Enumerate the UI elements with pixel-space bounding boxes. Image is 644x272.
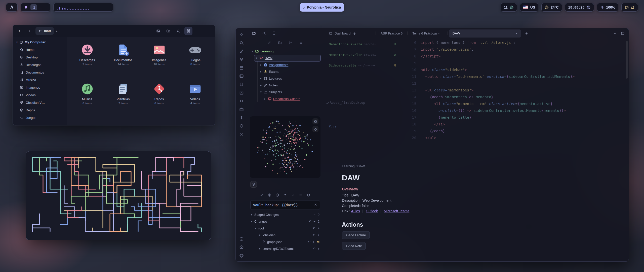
link-aules[interactable]: Aules — [351, 209, 360, 213]
folder-juegos[interactable]: Juegos8 items — [177, 41, 213, 80]
tree-item-daw[interactable]: ▾ DAW — [254, 55, 320, 61]
bookmarks-tab-icon[interactable] — [272, 31, 276, 35]
sync-icon[interactable] — [239, 124, 244, 128]
search-button[interactable] — [174, 27, 182, 35]
search-icon[interactable] — [239, 41, 244, 45]
workspaces-module[interactable] — [21, 3, 50, 12]
sidebar-item-imagenes[interactable]: Imagenes — [15, 84, 65, 91]
menu-button[interactable] — [205, 27, 213, 35]
currency-icon[interactable] — [239, 115, 244, 120]
git-row-exams-dir[interactable]: ▾ Learning/DAW/Exams ↶+ — [247, 245, 323, 252]
git-panel-button[interactable] — [250, 181, 257, 188]
graph-settings-button[interactable] — [312, 118, 318, 124]
weather-module[interactable]: 24°C — [541, 3, 562, 12]
tree-item-desarrollo-cliente[interactable]: ▸ Desarrollo-Cliente — [263, 95, 320, 102]
folder-videos[interactable]: Videos4 items — [177, 80, 213, 119]
calendar-icon[interactable] — [239, 65, 244, 70]
new-note-icon[interactable] — [267, 41, 271, 45]
files-tab-icon[interactable] — [252, 31, 256, 35]
stage-icon[interactable]: + — [317, 247, 319, 251]
unstage-all-icon[interactable] — [275, 193, 279, 197]
discard-icon[interactable]: ↶ — [313, 247, 315, 251]
stage-all-icon[interactable] — [268, 193, 271, 197]
new-folder-button[interactable] — [164, 27, 172, 35]
tree-item-subjects[interactable]: ▾ Subjects — [258, 89, 320, 95]
notifications-module[interactable]: 24 — [621, 3, 638, 12]
tab-asp-practice[interactable]: ASP Practice 6 — [377, 29, 406, 38]
refresh-icon[interactable] — [307, 193, 310, 197]
add-lecture-button[interactable]: + Add Lecture — [342, 231, 370, 239]
discard-icon[interactable]: ↶ — [308, 220, 311, 223]
active-workspace[interactable] — [30, 4, 37, 10]
sidebar-item-home[interactable]: Home — [15, 46, 65, 53]
git-row-obsidian-dir[interactable]: ▾ .obsidian ↶+ — [247, 232, 323, 239]
sidebar-item-descargas[interactable]: Descargas — [15, 61, 65, 69]
volume-module[interactable]: 100% — [597, 3, 619, 12]
camera-icon[interactable] — [239, 107, 244, 112]
tree-item-exams[interactable]: ▸ Exams — [258, 68, 320, 75]
stage-icon[interactable]: + — [317, 233, 319, 237]
push-icon[interactable] — [283, 193, 287, 197]
link-outlook[interactable]: Outlook — [366, 209, 378, 213]
new-folder-icon[interactable] — [278, 41, 282, 45]
media-player-module[interactable]: ♪ Polyphia - Neurotica — [300, 3, 344, 12]
sidebar-item-repos[interactable]: Repos — [15, 106, 65, 114]
book-icon[interactable] — [239, 82, 244, 87]
stage-icon[interactable]: + — [313, 240, 315, 244]
clear-input-icon[interactable] — [314, 203, 317, 207]
commit-icon[interactable] — [260, 193, 264, 197]
folder-imagenes[interactable]: Imagenes10 items — [141, 41, 177, 80]
pipes-terminal-window[interactable] — [26, 151, 211, 240]
stage-icon[interactable]: + — [313, 220, 315, 223]
clock-module[interactable]: 18:08:28 — [565, 3, 594, 12]
graph-focus-button[interactable] — [312, 126, 318, 132]
discard-icon[interactable]: ↶ — [308, 240, 310, 244]
help-icon[interactable] — [239, 237, 244, 241]
sidebar-item-videos[interactable]: Videos — [15, 91, 65, 99]
code-icon[interactable] — [239, 99, 244, 103]
list-view-button[interactable] — [194, 27, 203, 35]
quick-switcher-icon[interactable] — [239, 32, 244, 37]
note-breadcrumb[interactable]: Learning / DAW — [342, 164, 538, 168]
sidebar-item-juegos[interactable]: Juegos — [15, 114, 65, 121]
link-microsoft-teams[interactable]: Microsoft Teams — [384, 209, 410, 213]
tab-dashboard[interactable]: Dashboard — [325, 29, 375, 38]
folder-repos[interactable]: Repos6 items — [141, 80, 177, 119]
dice-icon[interactable] — [239, 90, 244, 95]
settings-gear-icon[interactable] — [239, 253, 244, 258]
tab-list-icon[interactable] — [613, 31, 617, 35]
change-layout-icon[interactable] — [299, 193, 303, 197]
new-tab-button[interactable]: + — [523, 30, 530, 37]
launcher-button[interactable]: Λ — [6, 3, 18, 12]
unstage-icon[interactable]: − — [313, 213, 315, 217]
folder-plantillas[interactable]: Plantillas7 items — [105, 80, 141, 119]
sidebar-item-musica[interactable]: Musica — [15, 76, 65, 84]
commit-message-input[interactable]: vault backup: {{date}} — [250, 200, 320, 210]
tab-daw[interactable]: DAW × — [449, 29, 521, 38]
sidebar-item-documentos[interactable]: Documentos — [15, 69, 65, 76]
folder-descargas[interactable]: Descargas2 items — [69, 41, 105, 80]
random-note-icon[interactable] — [239, 132, 244, 137]
stage-icon[interactable]: + — [317, 226, 319, 230]
search-tab-icon[interactable] — [262, 31, 266, 35]
sidebar-item-desktop[interactable]: Desktop — [15, 53, 65, 61]
graph-view-icon[interactable] — [239, 57, 244, 62]
git-row-graph-json[interactable]: graph.json ↶+M — [247, 239, 323, 245]
tree-item-assignments[interactable]: ▸ Assignments — [258, 61, 320, 68]
sort-icon[interactable] — [289, 41, 292, 45]
terminal-icon[interactable] — [239, 74, 244, 78]
pull-icon[interactable] — [291, 193, 295, 197]
breadcrumb[interactable]: matt — [35, 27, 54, 35]
discard-icon[interactable]: ↶ — [313, 233, 315, 237]
grid-view-button[interactable] — [184, 27, 192, 35]
key-icon[interactable] — [239, 49, 244, 53]
editor-scrollbar[interactable] — [626, 41, 628, 79]
folder-documentos[interactable]: Documentos14 items — [105, 41, 141, 80]
collapse-all-icon[interactable] — [299, 41, 303, 45]
tree-item-learning[interactable]: ▾ Learning — [250, 48, 320, 55]
forward-button[interactable]: › — [25, 27, 33, 35]
sidebar-item-obsidian-vault[interactable]: Obsidian V… — [15, 99, 65, 106]
git-row-changes[interactable]: ▾ Changes ↶+2 — [247, 218, 323, 225]
add-note-button[interactable]: + Add Note — [342, 242, 366, 250]
tab-tema-6[interactable]: Tema 6 Prácticas -… — [409, 29, 447, 38]
